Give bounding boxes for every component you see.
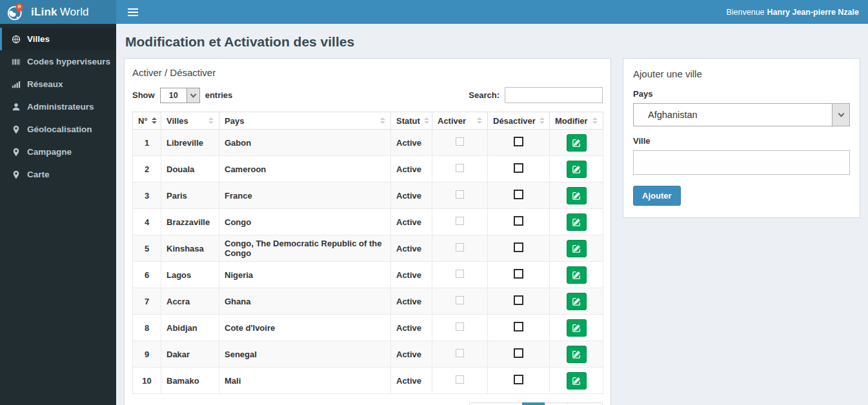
desactiver-checkbox[interactable] (514, 216, 523, 226)
edit-button[interactable] (567, 266, 587, 284)
page-length-select[interactable]: 10 (160, 88, 200, 103)
pagination-page-1-button[interactable]: 1 (522, 402, 545, 405)
pagination-page-2-button[interactable]: 2 (545, 402, 567, 405)
row-statut: Active (391, 315, 432, 341)
row-statut: Active (391, 235, 432, 262)
row-ville: Bamako (161, 368, 219, 394)
sidebar-item-geolocalisation[interactable]: Géolocalisation (0, 118, 116, 141)
edit-button[interactable] (567, 161, 587, 178)
desactiver-checkbox[interactable] (514, 375, 523, 384)
navbar: BienvenueHanry Jean-pierre Nzale (116, 0, 868, 24)
desactiver-cell (488, 315, 550, 341)
desactiver-checkbox[interactable] (514, 242, 523, 252)
modifier-cell (550, 262, 603, 288)
edit-pencil-icon (572, 244, 581, 253)
desactiver-cell (488, 288, 550, 315)
column-header-activer[interactable]: Activer (432, 112, 488, 130)
pagination-previous-button[interactable]: Previous (469, 402, 523, 405)
ville-input[interactable] (633, 150, 850, 175)
row-num: 5 (133, 235, 161, 262)
edit-button[interactable] (567, 372, 587, 390)
modifier-cell (550, 315, 603, 341)
globe-pin-logo-icon: $ (6, 3, 25, 21)
sidebar-item-carte[interactable]: Carte (0, 163, 116, 186)
desactiver-checkbox[interactable] (514, 137, 523, 146)
sidebar-item-villes[interactable]: Villes (0, 28, 116, 50)
column-header-desactiver[interactable]: Désactiver (488, 112, 550, 130)
edit-button[interactable] (567, 293, 587, 310)
table-row: 8 Abidjan Cote d'Ivoire Active (133, 315, 603, 341)
modifier-cell (550, 209, 603, 235)
column-header-villes[interactable]: Villes (161, 112, 219, 130)
chevron-down-icon (832, 104, 849, 126)
row-num: 8 (133, 315, 161, 341)
activer-cell (432, 262, 488, 288)
column-header-modifier[interactable]: Modifier (550, 112, 603, 130)
desactiver-cell (488, 130, 550, 156)
sidebar-item-reseaux[interactable]: Réseaux (0, 73, 116, 95)
desactiver-checkbox[interactable] (514, 190, 523, 199)
sidebar-item-label: Géolocalisation (27, 124, 92, 134)
row-pays: Senegal (219, 341, 391, 368)
edit-button[interactable] (567, 240, 587, 257)
modifier-cell (550, 341, 603, 368)
activer-checkbox (456, 349, 464, 357)
row-num: 6 (133, 262, 161, 288)
activer-checkbox (456, 243, 464, 252)
row-ville: Douala (161, 156, 219, 183)
desactiver-checkbox[interactable] (514, 348, 523, 358)
search-input[interactable] (505, 87, 603, 103)
pays-label: Pays (633, 89, 850, 99)
edit-button[interactable] (567, 346, 587, 363)
column-header-num[interactable]: N° (133, 112, 161, 130)
edit-pencil-icon (572, 192, 581, 200)
modifier-cell (550, 368, 603, 394)
edit-button[interactable] (567, 187, 587, 204)
column-header-statut[interactable]: Statut (391, 112, 432, 130)
row-pays: Cameroon (219, 156, 391, 183)
edit-button[interactable] (567, 319, 587, 337)
row-num: 4 (133, 209, 161, 235)
top-bar: $ iLinkWorld BienvenueHanry Jean-pierre … (0, 0, 868, 24)
desactiver-checkbox[interactable] (514, 163, 523, 173)
row-statut: Active (391, 368, 432, 394)
edit-button[interactable] (567, 134, 587, 152)
row-pays: Gabon (219, 130, 391, 156)
row-num: 2 (133, 156, 161, 183)
sidebar-item-administrateurs[interactable]: Administrateurs (0, 95, 116, 118)
row-statut: Active (391, 288, 432, 315)
pays-select[interactable]: Afghanistan (633, 103, 850, 126)
modifier-cell (550, 130, 603, 156)
activer-checkbox (456, 270, 464, 278)
table-row: 5 Kinshasa Congo, The Democratic Republi… (133, 235, 603, 262)
table-row: 3 Paris France Active (133, 183, 603, 209)
pagination-next-button[interactable]: Next (567, 402, 603, 405)
desactiver-cell (488, 262, 550, 288)
column-header-pays[interactable]: Pays (219, 112, 391, 130)
activer-cell (432, 341, 488, 368)
sidebar-item-campagne[interactable]: Campagne (0, 141, 116, 163)
user-name: Hanry Jean-pierre Nzale (767, 8, 859, 17)
modifier-cell (550, 156, 603, 183)
pagination: Previous 1 2 Next (470, 402, 603, 405)
row-pays: Ghana (219, 288, 391, 315)
desactiver-cell (488, 209, 550, 235)
brand-name: iLinkWorld (31, 6, 89, 19)
sidebar-item-codes-hyperviseurs[interactable]: Codes hyperviseurs (0, 50, 116, 73)
desactiver-checkbox[interactable] (514, 269, 523, 279)
sort-asc-icon (152, 117, 157, 124)
edit-button[interactable] (567, 213, 587, 231)
desactiver-checkbox[interactable] (514, 322, 523, 331)
chart-bars-icon (12, 80, 21, 89)
desactiver-checkbox[interactable] (514, 295, 523, 305)
ajouter-button[interactable]: Ajouter (633, 186, 681, 206)
sidebar-item-label: Codes hyperviseurs (27, 57, 110, 66)
activer-checkbox (456, 190, 464, 199)
sidebar-toggle-icon[interactable] (125, 5, 141, 20)
activer-cell (432, 209, 488, 235)
add-city-panel: Ajouter une ville Pays Afghanistan Ville… (623, 58, 860, 218)
edit-pencil-icon (572, 377, 581, 385)
sidebar-item-label: Carte (27, 170, 50, 179)
desactiver-cell (488, 235, 550, 262)
activer-cell (432, 156, 488, 183)
